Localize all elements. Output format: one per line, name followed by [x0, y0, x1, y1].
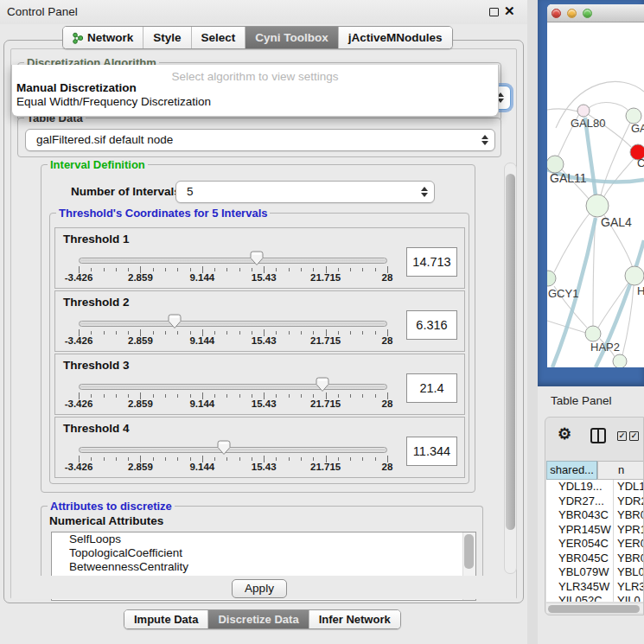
- slider-track[interactable]: [79, 384, 387, 390]
- network-edge[interactable]: [589, 102, 629, 112]
- tab-impute-data[interactable]: Impute Data: [124, 610, 207, 628]
- float-window-icon[interactable]: [489, 8, 499, 16]
- table-row[interactable]: YER054CYER0: [546, 537, 644, 552]
- attribute-item[interactable]: BetweennessCentrality: [52, 560, 475, 574]
- table-row[interactable]: YBL079WYBL0: [546, 565, 644, 580]
- network-node[interactable]: [547, 156, 564, 173]
- network-node[interactable]: [625, 266, 644, 285]
- tick-label: 2.859: [128, 335, 153, 346]
- threshold-value-field[interactable]: 21.4: [406, 373, 457, 403]
- tick-mark: [375, 268, 376, 271]
- threshold-value-field[interactable]: 6.316: [406, 310, 457, 340]
- tick-mark: [301, 331, 302, 335]
- network-node[interactable]: [613, 354, 627, 367]
- table-row[interactable]: YPR145WYPR1: [546, 523, 644, 538]
- slider-track[interactable]: [79, 321, 387, 327]
- attribute-item[interactable]: TopologicalCoefficient: [52, 546, 475, 560]
- tab-cyni-toolbox[interactable]: Cyni Toolbox: [245, 27, 338, 48]
- close-light[interactable]: [552, 9, 561, 18]
- table-row[interactable]: YIL052CYIL0: [546, 594, 644, 602]
- column-header-shared-name[interactable]: shared...: [546, 461, 597, 480]
- network-edge[interactable]: [603, 159, 634, 198]
- tab-discretize-data[interactable]: Discretize Data: [207, 610, 308, 628]
- tab-jactivemnodules[interactable]: jActiveMNodules: [338, 27, 452, 48]
- scrollbar-thumb[interactable]: [464, 534, 474, 569]
- tick-mark: [165, 457, 166, 461]
- threshold-label: Threshold 4: [63, 422, 130, 435]
- scrollbar-thumb[interactable]: [506, 174, 515, 530]
- tick-mark: [313, 331, 314, 335]
- tick-label: 9.144: [189, 462, 214, 472]
- tab-infer-network[interactable]: Infer Network: [309, 610, 400, 628]
- cell-shared-name: YDR27...: [558, 494, 604, 507]
- cell-shared-name: YIL052C: [558, 594, 603, 602]
- tab-network[interactable]: Network: [63, 27, 143, 48]
- number-of-intervals-combo[interactable]: 5: [175, 181, 435, 203]
- column-divider: [613, 565, 614, 580]
- tick-mark: [226, 331, 227, 335]
- slider-handle[interactable]: [168, 314, 182, 329]
- tab-select[interactable]: Select: [191, 27, 245, 48]
- slider-handle[interactable]: [217, 440, 231, 456]
- bottom-tab-bar: Impute DataDiscretize DataInfer Network: [124, 609, 401, 629]
- table-horizontal-scrollbar[interactable]: [546, 603, 644, 613]
- slider-handle[interactable]: [316, 377, 329, 392]
- node-label: GA: [631, 122, 644, 135]
- tick-label: 9.144: [189, 335, 214, 346]
- slider-handle[interactable]: [250, 251, 264, 266]
- slider-track[interactable]: [79, 447, 387, 453]
- tab-style[interactable]: Style: [143, 27, 190, 48]
- table-panel: Table Panel ⚙ ✓ ✓ shared... n YDL19...YD…: [538, 386, 644, 644]
- network-window-frame[interactable]: GAL80GACGAL11GAL4HGCY1HAP2: [538, 0, 644, 386]
- gear-icon[interactable]: ⚙: [558, 424, 571, 443]
- tick-mark: [276, 457, 277, 461]
- network-node[interactable]: [585, 326, 601, 341]
- tick-mark: [313, 457, 314, 461]
- tick-mark: [128, 268, 129, 271]
- checkbox-icon[interactable]: ✓: [617, 431, 627, 441]
- minimize-light[interactable]: [567, 9, 577, 18]
- threshold-value-field[interactable]: 11.344: [406, 437, 457, 466]
- algorithm-option[interactable]: Equal Width/Frequency Discretization: [12, 95, 498, 109]
- network-window-titlebar[interactable]: [547, 4, 644, 22]
- tick-mark: [226, 394, 227, 398]
- column-header-name[interactable]: n: [597, 461, 644, 480]
- column-divider: [613, 594, 614, 602]
- attribute-item[interactable]: SelfLoops: [52, 532, 475, 546]
- network-node[interactable]: [586, 194, 609, 217]
- network-canvas[interactable]: GAL80GACGAL11GAL4HGCY1HAP2: [547, 22, 644, 367]
- table-row[interactable]: YBR043CYBR0: [546, 508, 644, 523]
- tick-mark: [153, 331, 154, 335]
- split-view-icon[interactable]: [590, 428, 606, 443]
- tick-mark: [165, 394, 166, 398]
- tab-label: Style: [153, 31, 181, 44]
- tick-mark: [350, 331, 351, 335]
- table-data-combo[interactable]: galFiltered.sif default node: [25, 129, 495, 151]
- algorithm-option[interactable]: Manual Discretization: [12, 81, 498, 95]
- close-icon[interactable]: ✕: [504, 3, 515, 19]
- zoom-light[interactable]: [583, 9, 592, 18]
- cell-name: YER0: [617, 537, 644, 550]
- apply-button[interactable]: Apply: [232, 579, 287, 598]
- network-node[interactable]: [577, 105, 590, 117]
- slider-track[interactable]: [79, 258, 387, 264]
- scrollbar-thumb[interactable]: [548, 605, 640, 613]
- main-vertical-scrollbar[interactable]: [504, 163, 517, 574]
- tick-mark: [362, 457, 363, 461]
- tick-mark: [301, 394, 302, 398]
- network-edge[interactable]: [547, 109, 578, 112]
- table-row[interactable]: YDL19...YDL1: [546, 480, 644, 494]
- tick-mark: [165, 268, 166, 271]
- tick-mark: [375, 331, 376, 335]
- table-row[interactable]: YBR045CYBR0: [546, 552, 644, 566]
- table-row[interactable]: YLR345WYLR3: [546, 580, 644, 595]
- tick-mark: [362, 268, 363, 271]
- table-row[interactable]: YDR27...YDR2: [546, 494, 644, 509]
- table-data-group: Table Data galFiltered.sif default node: [17, 118, 501, 157]
- threshold-value-field[interactable]: 14.713: [406, 247, 457, 277]
- node-label: GAL4: [601, 215, 632, 229]
- threshold-label: Threshold 2: [63, 296, 130, 309]
- tick-mark: [252, 268, 252, 271]
- checkbox-icon[interactable]: ✓: [629, 431, 639, 441]
- network-node[interactable]: [547, 271, 556, 286]
